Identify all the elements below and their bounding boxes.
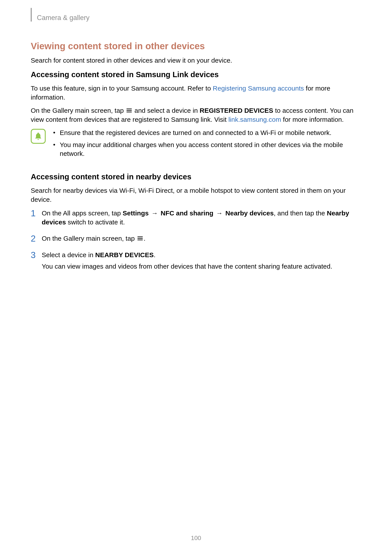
text-run: for more information. <box>281 116 344 123</box>
paragraph: You can view images and videos from othe… <box>42 262 362 271</box>
menu-icon <box>137 236 143 241</box>
arrow-icon: → <box>150 210 160 217</box>
subsection-heading: Accessing content stored in nearby devic… <box>31 171 362 182</box>
notice-block: Ensure that the registered devices are t… <box>31 128 362 161</box>
paragraph: Search for nearby devices via Wi-Fi, Wi-… <box>31 186 362 204</box>
section-heading: Viewing content stored in other devices <box>31 40 362 52</box>
text-run: , and then tap the <box>274 210 327 217</box>
text-run: On the Gallery main screen, tap <box>31 107 126 114</box>
breadcrumb-text: Camera & gallery <box>37 13 89 22</box>
text-run: Select a device in <box>42 251 95 258</box>
paragraph: To use this feature, sign in to your Sam… <box>31 84 362 102</box>
step-item: 2 On the Gallery main screen, tap . <box>31 234 362 243</box>
step-number: 2 <box>31 234 40 243</box>
subsection-heading: Accessing content stored in Samsung Link… <box>31 69 362 80</box>
step-body: Select a device in NEARBY DEVICES. You c… <box>42 251 362 271</box>
arrow-icon: → <box>214 210 225 217</box>
link-samsung-link[interactable]: link.samsung.com <box>228 116 281 123</box>
bold-text: REGISTERED DEVICES <box>200 107 273 114</box>
link-registering-accounts[interactable]: Registering Samsung accounts <box>213 85 304 92</box>
menu-icon <box>127 108 132 113</box>
notice-item: Ensure that the registered devices are t… <box>52 128 362 137</box>
notice-item: You may incur additional charges when yo… <box>52 140 362 158</box>
step-item: 3 Select a device in NEARBY DEVICES. You… <box>31 251 362 271</box>
step-body: On the All apps screen, tap Settings → N… <box>42 209 362 226</box>
text-run: switch to activate it. <box>66 219 125 226</box>
step-number: 3 <box>31 251 40 259</box>
text-run: . <box>144 235 145 242</box>
bold-text: Nearby devices <box>225 210 274 217</box>
text-run: On the All apps screen, tap <box>42 210 123 217</box>
step-list: 1 On the All apps screen, tap Settings →… <box>31 209 362 271</box>
section-samsung-link: Accessing content stored in Samsung Link… <box>31 69 362 161</box>
bold-text: NFC and sharing <box>161 210 214 217</box>
page-number: 100 <box>0 534 392 542</box>
paragraph: On the Gallery main screen, tap and sele… <box>31 106 362 124</box>
text-run: To use this feature, sign in to your Sam… <box>31 85 213 92</box>
step-number: 1 <box>31 209 40 218</box>
step-body: On the Gallery main screen, tap . <box>42 234 362 243</box>
breadcrumb: Camera & gallery <box>31 13 362 22</box>
bell-icon <box>31 129 46 144</box>
step-item: 1 On the All apps screen, tap Settings →… <box>31 209 362 226</box>
bold-text: NEARBY DEVICES <box>95 251 154 258</box>
section-intro: Search for content stored in other devic… <box>31 56 362 65</box>
text-run: . <box>154 251 156 258</box>
section-nearby-devices: Accessing content stored in nearby devic… <box>31 171 362 271</box>
header-accent-bar <box>31 8 32 22</box>
bold-text: Settings <box>123 210 149 217</box>
text-run: On the Gallery main screen, tap <box>42 235 137 242</box>
notice-list: Ensure that the registered devices are t… <box>52 128 362 161</box>
text-run: and select a device in <box>133 107 200 114</box>
